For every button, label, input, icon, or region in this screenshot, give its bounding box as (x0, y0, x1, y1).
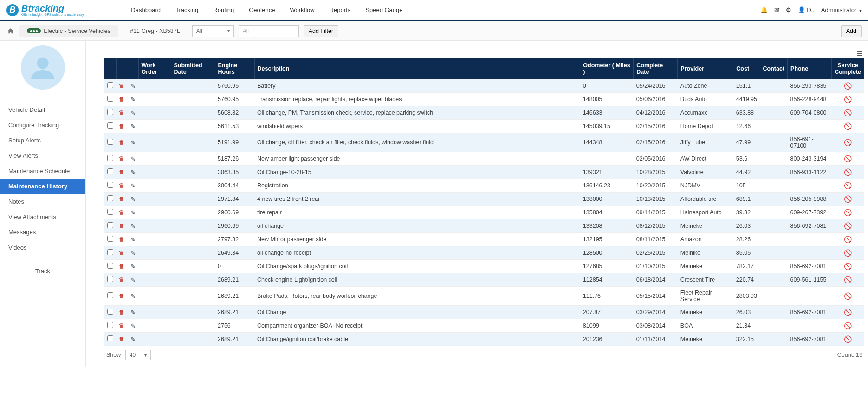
delete-icon[interactable]: 🗑 (116, 133, 128, 152)
th-contact[interactable]: Contact (760, 58, 788, 79)
nav-workflow[interactable]: Workflow (290, 6, 315, 13)
delete-icon[interactable]: 🗑 (116, 120, 128, 133)
delete-icon[interactable]: 🗑 (116, 152, 128, 166)
crumb-group[interactable]: ●●● Electric - Service Vehicles (19, 25, 118, 37)
delete-icon[interactable]: 🗑 (116, 106, 128, 120)
th-submitted[interactable]: Submitted Date (171, 58, 215, 79)
sidebar-item-maintenance-history[interactable]: Maintenance History (0, 179, 85, 194)
row-checkbox[interactable] (107, 236, 113, 242)
edit-icon[interactable]: ✎ (128, 152, 138, 166)
row-checkbox[interactable] (107, 168, 113, 174)
row-checkbox[interactable] (107, 322, 113, 328)
edit-icon[interactable]: ✎ (128, 206, 138, 219)
th-phone[interactable]: Phone (788, 58, 832, 79)
user-menu[interactable]: 👤 D.. (798, 6, 815, 13)
delete-icon[interactable]: 🗑 (116, 179, 128, 193)
delete-icon[interactable]: 🗑 (116, 333, 128, 346)
sidebar-item-view-alerts[interactable]: View Alerts (0, 148, 85, 163)
sidebar-item-configure-tracking[interactable]: Configure Tracking (0, 117, 85, 133)
th-engine-hours[interactable]: Engine Hours (215, 58, 254, 79)
logo[interactable]: B Btracking Offsite insight. GPS solutio… (6, 4, 84, 16)
nav-tracking[interactable]: Tracking (175, 6, 198, 13)
row-checkbox[interactable] (107, 276, 113, 282)
th-work-order[interactable]: Work Order (138, 58, 171, 79)
page-size-select[interactable]: 40 ▾ (125, 350, 151, 360)
edit-icon[interactable]: ✎ (128, 260, 138, 273)
delete-icon[interactable]: 🗑 (116, 287, 128, 306)
filter-select[interactable]: All ▾ (192, 25, 234, 37)
edit-icon[interactable]: ✎ (128, 219, 138, 233)
nav-dashboard[interactable]: Dashboard (131, 6, 161, 13)
delete-icon[interactable]: 🗑 (116, 206, 128, 219)
sidebar-item-setup-alerts[interactable]: Setup Alerts (0, 133, 85, 148)
row-checkbox[interactable] (107, 335, 113, 341)
sidebar-item-notes[interactable]: Notes (0, 194, 85, 209)
add-button[interactable]: Add (841, 25, 862, 37)
row-checkbox[interactable] (107, 249, 113, 255)
list-view-icon[interactable]: ☰ (104, 49, 864, 58)
edit-icon[interactable]: ✎ (128, 79, 138, 93)
edit-icon[interactable]: ✎ (128, 193, 138, 206)
home-icon[interactable] (6, 27, 15, 35)
edit-icon[interactable]: ✎ (128, 179, 138, 193)
filter-input[interactable] (239, 25, 299, 37)
nav-speed-gauge[interactable]: Speed Gauge (365, 6, 402, 13)
edit-icon[interactable]: ✎ (128, 273, 138, 287)
delete-icon[interactable]: 🗑 (116, 219, 128, 233)
add-filter-button[interactable]: Add Filter (304, 25, 339, 37)
delete-icon[interactable]: 🗑 (116, 79, 128, 93)
nav-reports[interactable]: Reports (330, 6, 351, 13)
edit-icon[interactable]: ✎ (128, 166, 138, 179)
row-checkbox[interactable] (107, 209, 113, 215)
delete-icon[interactable]: 🗑 (116, 246, 128, 260)
nav-routing[interactable]: Routing (213, 6, 234, 13)
mail-icon[interactable]: ✉ (774, 6, 779, 13)
sidebar-track[interactable]: Track (0, 258, 85, 284)
row-checkbox[interactable] (107, 82, 113, 88)
row-checkbox[interactable] (107, 195, 113, 201)
row-checkbox[interactable] (107, 182, 113, 188)
nav-geofence[interactable]: Geofence (249, 6, 275, 13)
row-checkbox[interactable] (107, 309, 113, 315)
delete-icon[interactable]: 🗑 (116, 273, 128, 287)
role-menu[interactable]: Administrator ▾ (821, 6, 862, 13)
sidebar-item-messages[interactable]: Messages (0, 225, 85, 240)
edit-icon[interactable]: ✎ (128, 133, 138, 152)
delete-icon[interactable]: 🗑 (116, 319, 128, 333)
edit-icon[interactable]: ✎ (128, 106, 138, 120)
row-checkbox[interactable] (107, 292, 113, 298)
bell-icon[interactable]: 🔔 (760, 6, 768, 13)
row-checkbox[interactable] (107, 96, 113, 102)
edit-icon[interactable]: ✎ (128, 120, 138, 133)
edit-icon[interactable]: ✎ (128, 319, 138, 333)
gear-icon[interactable]: ⚙ (786, 6, 791, 13)
row-checkbox[interactable] (107, 222, 113, 228)
th-cost[interactable]: Cost (733, 58, 760, 79)
delete-icon[interactable]: 🗑 (116, 306, 128, 319)
th-odometer[interactable]: Odometer ( Miles ) (580, 58, 634, 79)
sidebar-item-vehicle-detail[interactable]: Vehicle Detail (0, 102, 85, 117)
th-complete-date[interactable]: Complete Date (634, 58, 678, 79)
sidebar-item-videos[interactable]: Videos (0, 240, 85, 255)
edit-icon[interactable]: ✎ (128, 246, 138, 260)
th-description[interactable]: Description (254, 58, 580, 79)
sidebar-item-maintenance-schedule[interactable]: Maintenance Schedule (0, 163, 85, 179)
edit-icon[interactable]: ✎ (128, 287, 138, 306)
delete-icon[interactable]: 🗑 (116, 233, 128, 246)
th-service-complete[interactable]: Service Complete (832, 58, 864, 79)
edit-icon[interactable]: ✎ (128, 233, 138, 246)
delete-icon[interactable]: 🗑 (116, 193, 128, 206)
row-checkbox[interactable] (107, 139, 113, 145)
row-checkbox[interactable] (107, 263, 113, 269)
delete-icon[interactable]: 🗑 (116, 260, 128, 273)
crumb-vehicle[interactable]: #11 Greg - XB587L (123, 25, 188, 37)
edit-icon[interactable]: ✎ (128, 333, 138, 346)
row-checkbox[interactable] (107, 122, 113, 129)
th-provider[interactable]: Provider (678, 58, 733, 79)
sidebar-item-view-attachments[interactable]: View Attachments (0, 209, 85, 225)
row-checkbox[interactable] (107, 155, 113, 161)
edit-icon[interactable]: ✎ (128, 306, 138, 319)
delete-icon[interactable]: 🗑 (116, 166, 128, 179)
edit-icon[interactable]: ✎ (128, 93, 138, 106)
row-checkbox[interactable] (107, 109, 113, 115)
